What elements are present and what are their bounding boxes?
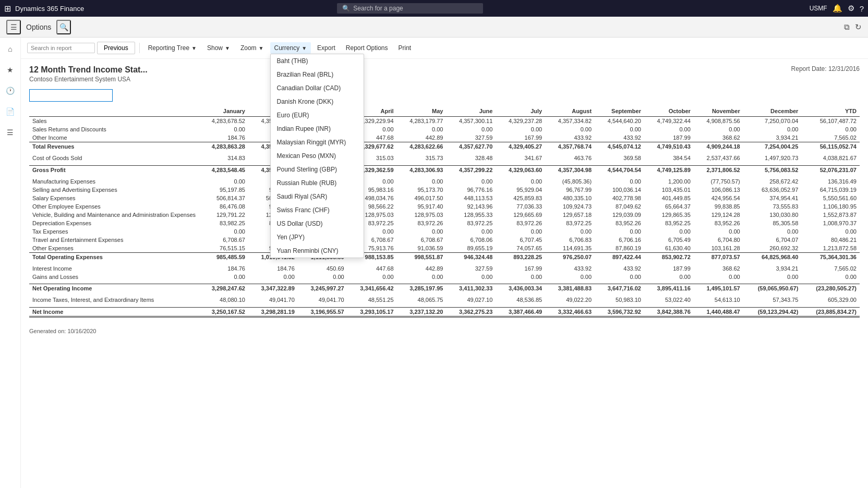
cell-value: 114,691.35 [545, 244, 595, 253]
top-nav-bar: ⊞ Dynamics 365 Finance 🔍 USMF 🔔 ⚙ ? [0, 0, 868, 17]
print-button[interactable]: Print [394, 42, 416, 54]
hamburger-menu-icon[interactable]: ☰ [6, 20, 21, 34]
cell-value: 103,161.28 [694, 244, 743, 253]
cell-value: 3,293,105.17 [347, 307, 397, 316]
cell-value: 4,749,322.44 [644, 117, 694, 126]
cell-value: 1,008,970.37 [801, 219, 860, 227]
table-row: Other Employee Expenses86,476.0898,566.2… [29, 202, 860, 211]
cell-value: 4,544,704.54 [595, 165, 644, 174]
currency-option[interactable]: Canadian Dollar (CAD) [271, 81, 364, 95]
cell-value: (23,280,505.27) [801, 284, 860, 293]
cell-value: 99,838.85 [694, 202, 743, 211]
cell-value: 129,791.22 [199, 211, 248, 219]
currency-option[interactable]: Pound Sterling (GBP) [271, 163, 364, 176]
currency-option[interactable]: Russian Ruble (RUB) [271, 176, 364, 190]
currency-option[interactable]: Yen (JPY) [271, 230, 364, 244]
star-icon[interactable]: ★ [3, 63, 18, 77]
currency-option[interactable]: Swiss Franc (CHF) [271, 203, 364, 217]
cell-value: 106,086.13 [694, 186, 743, 194]
cell-value: 4,329,063.60 [496, 165, 545, 174]
row-label: Total Revenues [29, 142, 199, 151]
cell-value: 87,860.19 [595, 244, 644, 253]
currency-option[interactable]: Baht (THB) [271, 54, 364, 68]
cell-value: 0.00 [694, 273, 743, 281]
search-report-input[interactable] [27, 43, 95, 53]
global-search-bar[interactable]: 🔍 [337, 3, 483, 14]
cell-value: 3,895,411.16 [644, 284, 694, 293]
currency-option[interactable]: Yuan Renminbi (CNY) [271, 244, 364, 258]
options-search-icon[interactable]: 🔍 [56, 20, 71, 34]
row-label: Manufacturing Expenses [29, 177, 199, 186]
currency-option[interactable]: Mexican Peso (MXN) [271, 149, 364, 163]
cell-value: 3,387,466.49 [496, 307, 545, 316]
copy-icon[interactable]: ⧉ [844, 22, 850, 32]
show-label: Show [207, 44, 223, 52]
previous-button[interactable]: Previous [97, 42, 135, 54]
cell-value: 48,536.85 [496, 296, 545, 304]
list-icon[interactable]: ☰ [3, 125, 18, 140]
col-header-june: June [446, 106, 496, 117]
row-label: Selling and Advertising Expenses [29, 186, 199, 194]
cell-value: 73,555.83 [743, 202, 802, 211]
clock-icon[interactable]: 🕐 [3, 83, 18, 98]
cell-value: 0.00 [446, 177, 496, 186]
currency-option[interactable]: Saudi Riyal (SAR) [271, 190, 364, 203]
cell-value: 83,972.26 [496, 219, 545, 227]
cell-value: 48,065.75 [397, 296, 447, 304]
cell-value: 0.00 [199, 273, 248, 281]
home-icon[interactable]: ⌂ [3, 42, 18, 56]
cell-value: 374,954.41 [743, 194, 802, 202]
cell-value: 3,332,466.63 [545, 307, 595, 316]
cell-value: 184.76 [248, 264, 298, 273]
zoom-button[interactable]: Zoom ▼ [236, 42, 268, 54]
global-search-input[interactable] [353, 5, 468, 12]
export-button[interactable]: Export [313, 42, 340, 54]
cell-value: 167.99 [496, 264, 545, 273]
show-button[interactable]: Show ▼ [203, 42, 234, 54]
row-label: Salary Expenses [29, 194, 199, 202]
cell-value: 3,347,322.89 [248, 284, 298, 293]
row-label: Interest Income [29, 264, 199, 273]
grid-icon[interactable]: ⊞ [4, 4, 11, 14]
generated-text: Generated on: 10/16/2020 [29, 328, 860, 334]
cell-value: 4,283,863.28 [199, 142, 248, 151]
refresh-icon[interactable]: ↻ [855, 22, 862, 32]
cell-value: 4,749,125.89 [644, 165, 694, 174]
cell-value: 0.00 [644, 125, 694, 133]
cell-value: 136,316.49 [801, 177, 860, 186]
cell-value: 86,476.08 [199, 202, 248, 211]
currency-button[interactable]: Currency ▼ [270, 42, 311, 54]
currency-option[interactable]: Malaysian Ringgit (MYR) [271, 136, 364, 149]
left-sidebar: ⌂ ★ 🕐 📄 ☰ [0, 38, 21, 488]
cell-value: 4,357,300.11 [446, 117, 496, 126]
cell-value: 3,237,132.20 [397, 307, 447, 316]
col-header-october: October [644, 106, 694, 117]
reporting-tree-button[interactable]: Reporting Tree ▼ [144, 42, 201, 54]
currency-option[interactable]: Euro (EUR) [271, 108, 364, 122]
row-label: Gains and Losses [29, 273, 199, 281]
currency-option[interactable]: Danish Krone (DKK) [271, 95, 364, 108]
cell-value: 6,704.80 [694, 236, 743, 244]
cell-value: 327.59 [446, 264, 496, 273]
currency-option[interactable]: Brazilian Real (BRL) [271, 68, 364, 81]
settings-icon[interactable]: ⚙ [848, 4, 854, 13]
document-icon[interactable]: 📄 [3, 104, 18, 119]
report-options-button[interactable]: Report Options [342, 42, 392, 54]
cell-value: 442.89 [397, 264, 447, 273]
table-row: Sales Returns and Discounts0.000.000.000… [29, 125, 860, 133]
row-label: Vehicle, Building and Maintenance and Ad… [29, 211, 199, 219]
currency-option[interactable]: Indian Rupee (INR) [271, 122, 364, 136]
cell-value: 402,778.98 [595, 194, 644, 202]
cell-value: 0.00 [199, 177, 248, 186]
cell-value: 605,329.00 [801, 296, 860, 304]
report-table: JanuaryFebruaryMarchAprilMayJuneJulyAugu… [29, 106, 860, 318]
currency-option[interactable]: US Dollar (USD) [271, 217, 364, 230]
cell-value: 187.99 [644, 133, 694, 142]
cell-value: 49,022.20 [545, 296, 595, 304]
cell-value: 61,630.40 [644, 244, 694, 253]
cell-value: 3,196,955.57 [298, 307, 347, 316]
notification-icon[interactable]: 🔔 [833, 4, 842, 13]
help-icon[interactable]: ? [860, 4, 864, 13]
cell-value: 0.00 [743, 125, 802, 133]
cell-value: 0.00 [644, 227, 694, 236]
